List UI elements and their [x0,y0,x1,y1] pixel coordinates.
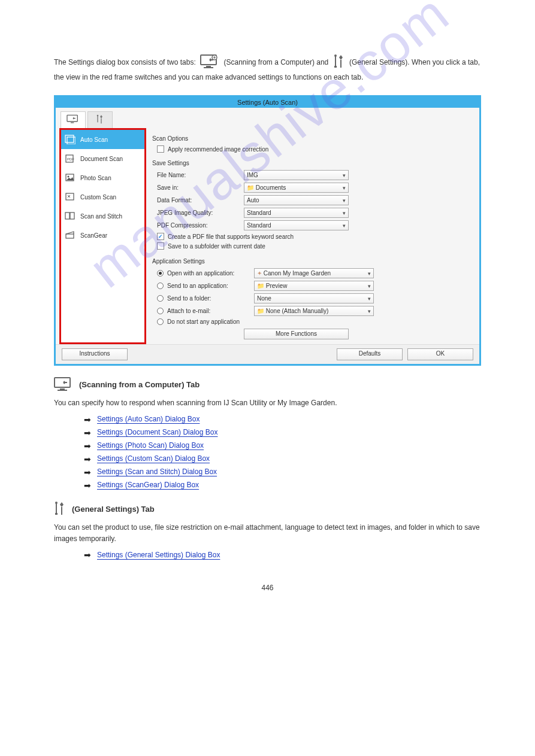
sidebar-item-scan-stitch[interactable]: Scan and Stitch [61,207,144,226]
section1-head-label: (Scanning from a Computer) Tab [79,380,200,389]
link-custom-scan[interactable]: Settings (Custom Scan) Dialog Box [97,454,210,463]
sidebar-item-photo-scan[interactable]: Photo Scan [61,168,144,187]
tab-scan-from-computer[interactable] [61,111,86,128]
link-photo-scan[interactable]: Settings (Photo Scan) Dialog Box [97,441,204,450]
open-with-app-radio[interactable]: Open with an application: ✦ Canon My Ima… [157,267,472,280]
link-row: ➡Settings (Photo Scan) Dialog Box [84,441,481,451]
apply-correction-label: Apply recommended image correction [168,146,268,153]
scangear-icon [65,230,75,240]
link-general-settings[interactable]: Settings (General Settings) Dialog Box [97,551,220,560]
arrow-icon: ➡ [84,481,91,490]
chevron-down-icon: ▾ [343,210,346,216]
keyword-label: Create a PDF file that supports keyword … [168,233,294,240]
keyword-search-checkbox[interactable]: Create a PDF file that supports keyword … [157,232,472,241]
scan-options-title: Scan Options [152,135,472,142]
svg-rect-28 [55,513,58,515]
svg-rect-7 [340,60,341,68]
arrow-icon: ➡ [84,441,91,451]
sidebar: Auto Scan PDF Document Scan Photo Scan C… [59,128,146,344]
more-functions-button[interactable]: More Functions [244,329,349,339]
arrow-icon: ➡ [84,415,91,424]
svg-rect-21 [70,212,74,219]
radio-icon [157,270,164,277]
savein-combo[interactable]: 📁 Documents▾ [244,183,349,193]
svg-rect-6 [334,66,337,68]
tab-strip [56,108,479,128]
open-value: Canon My Image Garden [264,270,331,277]
section-general-settings-heading: (General Settings) Tab [54,501,481,517]
send-to-folder-radio[interactable]: Send to a folder: None▾ [157,292,472,305]
radio-icon [157,295,164,302]
donot-start-radio[interactable]: Do not start any application [157,317,472,326]
ok-button[interactable]: OK [407,348,473,360]
section1-para: You can specify how to respond when scan… [54,397,481,409]
document-scan-icon: PDF [65,154,75,163]
arrow-icon: ➡ [84,428,91,438]
filename-label: File Name: [157,172,244,178]
attach-combo[interactable]: 📁 None (Attach Manually)▾ [254,306,374,316]
link-document-scan[interactable]: Settings (Document Scan) Dialog Box [97,428,217,437]
sendfolder-combo[interactable]: None▾ [254,293,374,303]
save-settings-title: Save Settings [152,160,472,166]
svg-rect-14 [67,137,75,144]
dataformat-combo[interactable]: Auto▾ [244,195,349,205]
apply-correction-checkbox[interactable]: Apply recommended image correction [157,144,472,154]
computer-icon [200,54,219,72]
chevron-down-icon: ▾ [343,172,346,178]
donot-label: Do not start any application [167,318,240,325]
tab-general-settings[interactable] [87,111,113,128]
svg-rect-24 [60,388,65,390]
link-auto-scan[interactable]: Settings (Auto Scan) Dialog Box [97,415,200,424]
photo-scan-icon [65,173,75,183]
sidebar-item-scangear[interactable]: ScanGear [61,226,144,245]
sidebar-item-auto-scan[interactable]: Auto Scan [61,130,144,149]
sidebar-label: Document Scan [80,156,123,162]
svg-rect-19 [66,193,74,200]
sidebar-item-custom-scan[interactable]: Custom Scan [61,187,144,207]
send-to-app-radio[interactable]: Send to an application: 📁 Preview▾ [157,280,472,292]
dialog-footer: Instructions Defaults OK [56,344,479,364]
jpeg-combo[interactable]: Standard▾ [244,208,349,218]
sidebar-label: ScanGear [80,232,107,239]
page-number: 446 [54,584,481,592]
svg-rect-25 [58,390,67,391]
settings-dialog-window: Settings (Auto Scan) Auto Scan PDF [54,95,481,366]
tools-icon [54,501,66,517]
svg-rect-23 [55,378,70,387]
pdf-label: PDF Compression: [157,222,244,229]
sendapp-label: Send to an application: [167,283,250,289]
dataformat-label: Data Format: [157,197,244,204]
svg-rect-20 [65,212,69,219]
svg-point-11 [97,115,99,117]
svg-rect-8 [67,116,77,122]
link-row: ➡Settings (General Settings) Dialog Box [84,550,481,560]
instructions-button[interactable]: Instructions [62,348,128,360]
attach-email-radio[interactable]: Attach to e-mail: 📁 None (Attach Manuall… [157,305,472,317]
svg-rect-2 [204,67,213,68]
pdf-combo[interactable]: Standard▾ [244,220,349,230]
tools-icon [333,54,345,72]
section2-para: You can set the product to use, file siz… [54,522,481,544]
svg-rect-1 [206,66,211,67]
chevron-down-icon: ▾ [368,308,371,314]
svg-rect-22 [66,234,74,238]
computer-icon [54,377,73,393]
checkbox-icon [157,145,164,153]
pdf-value: Standard [247,222,271,229]
sidebar-item-document-scan[interactable]: PDF Document Scan [61,149,144,168]
svg-rect-29 [61,507,62,515]
auto-scan-icon [65,135,75,144]
subfolder-checkbox[interactable]: Save to a subfolder with current date [157,241,472,251]
link-scangear[interactable]: Settings (ScanGear) Dialog Box [97,481,199,490]
link-scan-stitch[interactable]: Settings (Scan and Stitch) Dialog Box [97,467,217,476]
app-settings-title: Application Settings [152,258,472,265]
sendapp-combo[interactable]: 📁 Preview▾ [254,281,374,291]
radio-icon [157,283,164,289]
defaults-button[interactable]: Defaults [337,348,403,360]
intro-t2: (Scanning from a Computer) and [223,58,330,66]
link-row: ➡Settings (Custom Scan) Dialog Box [84,454,481,464]
chevron-down-icon: ▾ [343,185,346,191]
window-title: Settings (Auto Scan) [56,97,479,108]
filename-combo[interactable]: IMG▾ [244,170,349,180]
open-combo[interactable]: ✦ Canon My Image Garden▾ [254,268,374,278]
